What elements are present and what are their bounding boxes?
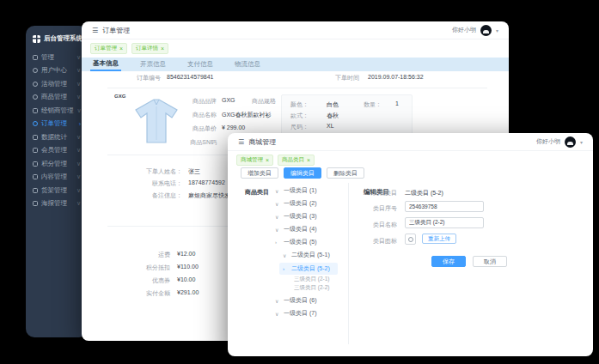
- tree-item-l3-2-2[interactable]: 三级类目 (2-2): [294, 284, 330, 292]
- divider: [348, 183, 349, 344]
- chevron-down-icon: ∨: [275, 311, 280, 317]
- paid-amount-value: ¥291.00: [177, 289, 199, 295]
- spec-style-value: 春秋: [327, 112, 339, 120]
- edit-category-button[interactable]: 编辑类目: [284, 167, 321, 179]
- paid-amount-label: 实付金额: [127, 289, 170, 298]
- buyer-note-label: 备注信息：: [122, 191, 182, 200]
- chevron-down-icon: ∨: [283, 252, 288, 258]
- tree-item-l1-1[interactable]: ∨一级类目 (1): [275, 186, 317, 195]
- chevron-down-icon: ∨: [76, 94, 81, 100]
- buyer-name-value: 张三: [188, 167, 200, 176]
- tree-item-label: 一级类目 (2): [284, 199, 317, 208]
- tree-item-label: 二级类目 (5-1): [291, 251, 330, 259]
- chevron-down-icon: ∨: [76, 67, 81, 74]
- spec-qty-value: 1: [395, 100, 399, 106]
- save-button[interactable]: 保存: [431, 256, 466, 267]
- add-category-button[interactable]: 增加类目: [241, 167, 278, 179]
- sidebar-item-user-center[interactable]: 用户中心∨: [26, 64, 88, 78]
- chevron-down-icon: ∨: [275, 188, 280, 194]
- unit-price-label: 商品单价: [172, 124, 217, 133]
- category-edit-window: ☰ 商城管理 你好小明 ▾ 商城管理× 商品类目× 增加类目 编辑类目 删除类目…: [228, 133, 593, 356]
- order-no-label: 订单编号: [116, 74, 161, 82]
- goods-icon: [33, 94, 38, 100]
- chevron-down-icon: ∨: [77, 107, 82, 114]
- sidebar-item-orders[interactable]: 订单管理›: [26, 118, 88, 131]
- chevron-down-icon: ∨: [275, 201, 280, 207]
- category-sn-input[interactable]: [405, 201, 484, 212]
- parent-category-value: 二级类目 (5-2): [405, 189, 443, 197]
- tree-item-l1-5[interactable]: ›一级类目 (5): [275, 238, 317, 246]
- product-name-label: 商品名称: [172, 111, 217, 119]
- chevron-down-icon: ∨: [76, 187, 81, 194]
- category-name-input[interactable]: [405, 217, 484, 228]
- user-icon: [33, 68, 38, 73]
- order-icon: [33, 121, 38, 126]
- delete-category-button[interactable]: 删除类目: [327, 167, 364, 179]
- shipping-fee-label: 运费: [127, 251, 170, 259]
- sidebar-item-label: 会员管理: [41, 146, 67, 155]
- tree-item-label: 二级类目 (5-2): [291, 264, 330, 273]
- brand-value: GXG: [222, 97, 235, 103]
- spec-color-label: 颜色：: [290, 100, 309, 109]
- sidebar-item-stats[interactable]: 数据统计∨: [26, 130, 88, 144]
- chevron-down-icon: ∨: [76, 134, 81, 141]
- sidebar-item-content[interactable]: 内容管理∨: [26, 171, 88, 185]
- tree-item-label: 一级类目 (5): [284, 238, 317, 246]
- app-title: 后台管理系统: [44, 34, 83, 43]
- tree-item-label: 一级类目 (4): [284, 225, 317, 234]
- chevron-down-icon: ∨: [76, 54, 81, 61]
- chevron-down-icon: ∨: [275, 298, 280, 304]
- sidebar-item-shelf[interactable]: 货架管理∨: [26, 184, 88, 197]
- tree-item-label: 一级类目 (3): [284, 212, 317, 221]
- sidebar-item-points[interactable]: 积分管理∨: [26, 157, 88, 171]
- tree-item-label: 三级类目 (2-2): [294, 284, 330, 292]
- tree-item-l3-2-1[interactable]: 三级类目 (2-1): [294, 276, 330, 283]
- tree-item-l1-2[interactable]: ∨一级类目 (2): [275, 199, 317, 208]
- star-icon: [33, 55, 38, 60]
- sidebar-item-dealer[interactable]: 经销商管理∨: [26, 104, 88, 118]
- category-sn-label: 类目序号: [368, 204, 397, 213]
- chevron-down-icon: ∨: [275, 227, 280, 233]
- tree-item-l2-5-2-selected[interactable]: ›二级类目 (5-2): [279, 263, 338, 275]
- sn-label: 商品SN码: [172, 138, 217, 147]
- spec-label: 商品规格: [252, 97, 276, 106]
- category-name-label: 类目名称: [368, 221, 397, 229]
- reupload-button[interactable]: 重新上传: [422, 234, 456, 244]
- sidebar-item-manage[interactable]: 管理∨: [26, 51, 88, 64]
- chevron-right-icon: ›: [79, 121, 81, 127]
- sidebar-item-activity[interactable]: 活动管理∨: [26, 77, 88, 91]
- tree-item-label: 三级类目 (2-1): [294, 276, 330, 283]
- sidebar: 后台管理系统 管理∨ 用户中心∨ 活动管理∨ 商品管理∨ 经销商管理∨ 订单管理…: [26, 26, 88, 337]
- chevron-down-icon: ∨: [76, 147, 81, 154]
- tree-item-l1-4[interactable]: ∨一级类目 (4): [275, 225, 317, 234]
- shipping-fee-value: ¥12.00: [177, 251, 195, 257]
- order-no-value: 85462314579841: [167, 74, 214, 80]
- coupon-label: 优惠券: [127, 276, 170, 285]
- sidebar-item-label: 管理: [41, 53, 54, 62]
- chevron-down-icon: ∨: [76, 161, 81, 167]
- tree-item-l1-7[interactable]: ∨一级类目 (7): [275, 309, 317, 318]
- sidebar-item-members[interactable]: 会员管理∨: [26, 144, 88, 158]
- cancel-button[interactable]: 取消: [473, 256, 507, 267]
- tree-item-l1-3[interactable]: ∨一级类目 (3): [275, 212, 317, 221]
- brand-label: 商品品牌: [172, 97, 217, 106]
- dealer-icon: [33, 108, 38, 113]
- sidebar-item-label: 商品管理: [41, 93, 67, 101]
- tree-item-l2-5-1[interactable]: ∨二级类目 (5-1): [283, 251, 330, 259]
- order-time-label: 下单时间: [335, 74, 359, 82]
- category-window-body: 增加类目 编辑类目 删除类目 商品类目 ∨一级类目 (1) ∨一级类目 (2) …: [228, 133, 593, 356]
- divider: [107, 88, 487, 88]
- tree-title: 商品类目: [245, 188, 269, 197]
- logo-grid-icon: [33, 35, 40, 43]
- sidebar-item-label: 海报管理: [41, 199, 67, 208]
- sidebar-item-goods[interactable]: 商品管理∨: [26, 91, 88, 105]
- chevron-down-icon: ∨: [275, 214, 280, 220]
- tree-item-l1-6[interactable]: ∨一级类目 (6): [275, 296, 317, 305]
- buyer-name-label: 下单人姓名：: [122, 167, 182, 176]
- chevron-down-icon: ∨: [76, 200, 81, 207]
- tree-item-label: 一级类目 (6): [284, 296, 317, 305]
- sidebar-item-label: 用户中心: [41, 66, 67, 75]
- tree-item-label: 一级类目 (1): [284, 186, 317, 195]
- sidebar-item-poster[interactable]: 海报管理∨: [26, 197, 88, 211]
- product-name-value: GXG春秋新款衬衫: [222, 111, 272, 119]
